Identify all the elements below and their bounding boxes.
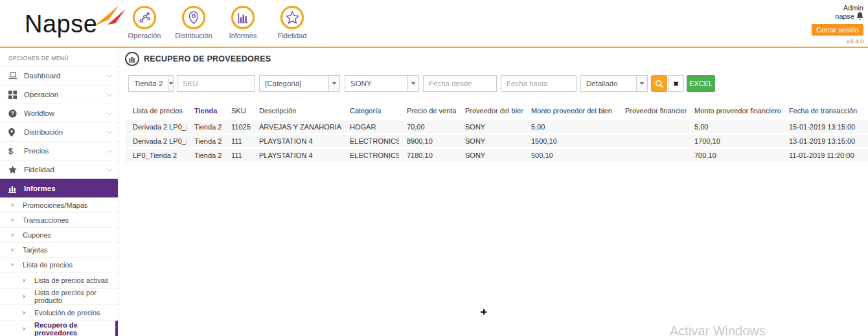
question-circle-icon: ?	[8, 109, 21, 118]
chevron-down-icon	[107, 109, 112, 115]
pin-icon	[8, 128, 21, 137]
clear-button[interactable]: ✖	[668, 75, 684, 92]
sidebar-item-promociones-mapas[interactable]: Promociones/Mapas	[0, 197, 118, 212]
page-title-row: RECUPERO DE PROVEEDORES	[125, 52, 271, 66]
mouse-cursor	[481, 309, 486, 315]
excel-button[interactable]: EXCEL	[687, 75, 715, 92]
sidebar-item-precios[interactable]: $ Precios	[0, 141, 118, 160]
chevron-down-icon	[107, 91, 112, 96]
chevron-right-icon	[23, 295, 26, 298]
main-content: RECUPERO DE PROVEEDORES Tienda 2 [Catego…	[119, 49, 868, 336]
column-header-tienda[interactable]: Tienda	[187, 104, 223, 119]
nav-item-operacion[interactable]: Operación	[123, 6, 166, 39]
category-select[interactable]: [Categoria]	[259, 75, 340, 92]
bar-chart-icon	[8, 185, 21, 193]
column-header-precio-de-venta[interactable]: Precio de venta	[399, 104, 457, 119]
sidebar-item-transacciones[interactable]: Transacciones	[0, 212, 118, 227]
chevron-down-icon	[107, 128, 112, 133]
sidebar-item-cupones[interactable]: Cupones	[0, 227, 118, 242]
column-header-proveedor-del-bien[interactable]: Proveedor del bien	[457, 104, 523, 119]
chevron-down-icon	[107, 166, 112, 171]
date-from-input[interactable]	[423, 75, 497, 92]
user-name: Admin napse	[812, 4, 863, 22]
sidebar-item-fidelidad[interactable]: Fidelidad	[0, 160, 118, 179]
provider-select-value: SONY	[345, 80, 377, 87]
table-row[interactable]: Derivada 2 LP0_8 Tienda 2 111 PLAYSTATIO…	[125, 135, 868, 148]
chevron-right-icon	[12, 263, 14, 267]
version-label: v.6.4.0	[812, 38, 863, 45]
column-header-lista-de-precios[interactable]: Lista de precios	[125, 104, 187, 119]
store-select-value: Tienda 2	[129, 80, 168, 87]
top-nav: Operación Distribución Info	[123, 6, 314, 39]
report-icon	[125, 52, 139, 66]
bar-chart-icon	[237, 12, 249, 24]
chevron-down-icon	[636, 76, 647, 91]
brand-name: Napse	[25, 10, 97, 38]
chevron-right-icon	[23, 278, 26, 282]
column-header-monto-proveedor-financiero[interactable]: Monto proveedor financiero	[687, 104, 781, 119]
brand-logo[interactable]: Napse	[25, 10, 97, 38]
column-header-descripcion[interactable]: Descripción	[251, 104, 342, 119]
chevron-down-icon	[328, 76, 339, 91]
filter-bar: Tienda 2 [Categoria] SONY Detallado ✖ EX…	[128, 75, 715, 92]
dollar-icon: $	[8, 146, 21, 156]
table-row[interactable]: LP0_Tienda 2 Tienda 2 111 PLAYSTATION 4 …	[125, 149, 868, 162]
sidebar-heading: OPCIONES DE MENÚ	[0, 49, 118, 66]
table-row[interactable]: Derivada 2 LP0_8 Tienda 2 11025 ARVEJAS …	[125, 120, 868, 133]
page-title: RECUPERO DE PROVEEDORES	[144, 54, 271, 63]
chevron-down-icon	[407, 76, 418, 91]
user-block: Admin napse Cerrar sesión v.6.4.0	[812, 4, 863, 45]
chevron-right-icon	[12, 233, 14, 237]
logout-button[interactable]: Cerrar sesión	[812, 24, 863, 36]
table-header-row: Lista de precios Tienda SKU Descripción …	[125, 104, 868, 119]
network-icon	[138, 11, 152, 25]
search-button[interactable]	[651, 75, 667, 92]
chevron-right-icon	[12, 203, 14, 207]
nav-item-informes[interactable]: Informes	[222, 6, 264, 39]
sidebar-item-informes[interactable]: Informes	[0, 179, 118, 197]
chevron-right-icon	[23, 311, 26, 315]
sidebar-item-dashboard[interactable]: Dashboard	[0, 66, 118, 85]
sidebar-item-lista-de-precios-por-producto[interactable]: Lista de precios por producto	[0, 288, 118, 304]
sidebar-item-lista-de-precios[interactable]: Lista de precios	[0, 257, 118, 272]
column-header-proveedor-financiero[interactable]: Proveedor financiero	[617, 104, 687, 119]
sku-input[interactable]	[177, 75, 255, 92]
activate-windows-watermark: Activar Windows	[670, 324, 766, 336]
sidebar: OPCIONES DE MENÚ Dashboard Operacion ? W…	[0, 49, 119, 336]
star-icon	[286, 11, 299, 24]
date-to-input[interactable]	[501, 75, 577, 92]
chevron-right-icon	[12, 248, 14, 252]
category-select-value: [Categoria]	[260, 80, 306, 87]
close-icon: ✖	[673, 80, 678, 87]
sidebar-item-tarjetas[interactable]: Tarjetas	[0, 242, 118, 257]
results-table: Lista de precios Tienda SKU Descripción …	[125, 102, 868, 163]
sidebar-item-workflow[interactable]: ? Workflow	[0, 104, 118, 122]
app-header: Napse Operación Distribución	[0, 0, 868, 48]
nav-item-fidelidad[interactable]: Fidelidad	[271, 6, 314, 39]
chevron-right-icon	[12, 218, 14, 222]
detail-select-value: Detallado	[581, 80, 623, 87]
sidebar-item-recupero-de-proveedores[interactable]: Recupero de proveedores	[0, 320, 118, 336]
column-header-monto-proveedor-del-bien[interactable]: Monto proveedor del bien	[523, 104, 617, 119]
chevron-down-icon	[107, 72, 112, 77]
chevron-down-icon	[107, 147, 112, 152]
grid-icon	[8, 91, 21, 99]
column-header-categoria[interactable]: Categoría	[342, 104, 399, 119]
bell-icon[interactable]	[856, 14, 863, 21]
search-icon	[655, 80, 663, 88]
svg-text:?: ?	[11, 110, 14, 117]
store-select[interactable]: Tienda 2	[128, 75, 174, 92]
star-icon	[8, 166, 21, 174]
provider-select[interactable]: SONY	[345, 75, 419, 92]
chevron-right-icon	[23, 327, 26, 331]
column-header-fecha-de-transaccion[interactable]: Fecha de transacción	[781, 104, 868, 119]
nav-item-distribucion[interactable]: Distribución	[172, 6, 215, 39]
chevron-down-icon	[168, 76, 173, 91]
laptop-icon	[8, 72, 21, 80]
detail-select[interactable]: Detallado	[580, 75, 648, 92]
sidebar-item-evolucion-de-precios[interactable]: Evolución de precios	[0, 304, 118, 320]
sidebar-item-lista-de-precios-activas[interactable]: Lista de precios activas	[0, 272, 118, 288]
column-header-sku[interactable]: SKU	[223, 104, 251, 119]
sidebar-item-distribucion[interactable]: Distribución	[0, 122, 118, 141]
sidebar-item-operacion[interactable]: Operacion	[0, 85, 118, 104]
